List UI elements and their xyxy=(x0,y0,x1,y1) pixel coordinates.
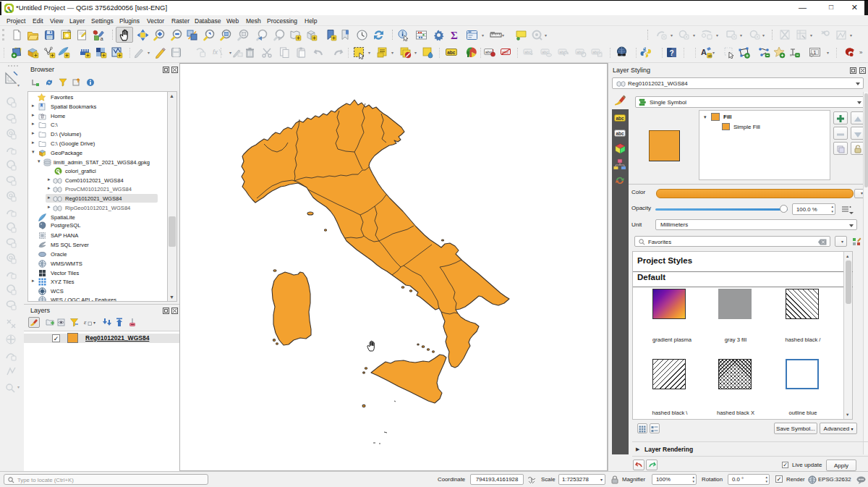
svg-text:abc: abc xyxy=(616,131,625,136)
svg-text:abc: abc xyxy=(616,116,625,121)
svg-text:a: a xyxy=(101,35,104,42)
svg-text:?: ? xyxy=(670,49,674,57)
svg-text:ab: ab xyxy=(708,54,712,58)
svg-text:A: A xyxy=(701,48,707,56)
svg-text:1: 1 xyxy=(814,50,817,55)
svg-text:abc: abc xyxy=(524,50,531,54)
svg-text:Σ: Σ xyxy=(451,30,458,41)
svg-text:abc: abc xyxy=(447,50,456,55)
svg-text:fx: fx xyxy=(213,48,218,56)
svg-text:ε: ε xyxy=(84,318,87,326)
